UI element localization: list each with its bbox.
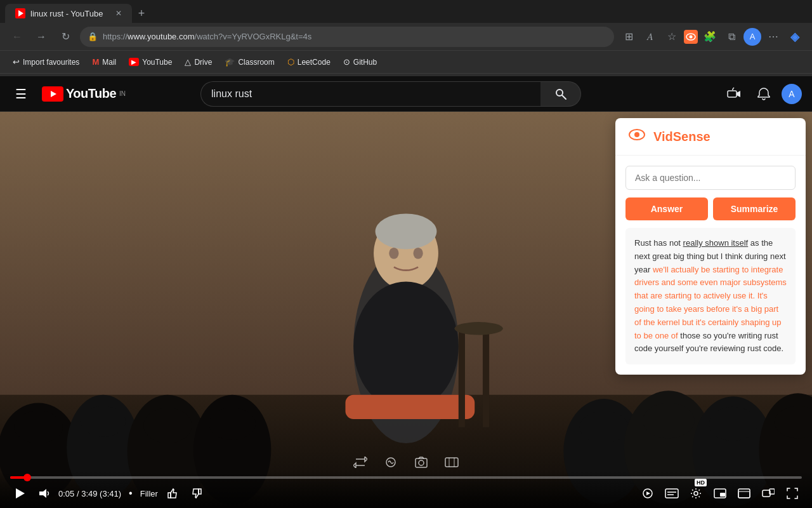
vidsense-extension-icon[interactable] [684,30,698,44]
create-button[interactable] [721,81,746,107]
video-container: 0:05 / 3:49 (3:41) • Filler [0,112,812,508]
dot-separator: • [129,488,133,499]
time-remaining-val: (3:41) [100,489,121,498]
tab-close-button[interactable]: ✕ [115,9,122,18]
more-options-button[interactable]: ⋯ [764,27,783,46]
vidsense-answer-button[interactable]: Answer [625,197,708,220]
bookmark-leetcode[interactable]: ⬡ LeetCode [282,55,336,69]
notifications-button[interactable] [751,81,776,107]
svg-point-38 [454,322,502,335]
svg-point-34 [353,281,459,411]
svg-rect-41 [168,493,171,498]
svg-marker-44 [646,491,650,495]
youtube-locale: IN [119,90,126,97]
import-icon: ↩ [13,57,20,67]
video-toolbar [0,450,812,475]
reload-button[interactable]: ↻ [56,27,75,46]
search-input[interactable] [200,81,540,107]
svg-rect-37 [483,330,489,427]
transcript-highlight: we'll actually be starting to integrate … [634,265,787,340]
url-path: /watch?v=YyRVOGxRKLg&t=4s [195,32,312,41]
active-tab[interactable]: linux rust - YouTube ✕ [5,4,132,23]
favorites-button[interactable]: ☆ [662,27,681,46]
bookmark-import-favourites[interactable]: ↩ Import favourites [8,55,84,69]
bookmark-label: Classroom [238,58,274,67]
time-total: 3:49 [81,489,97,498]
split-screen-button[interactable]: ⧉ [722,27,741,46]
fullscreen-button[interactable] [783,484,802,503]
screenshot-button[interactable] [411,452,431,472]
chapters-button[interactable] [442,452,462,472]
drive-icon: △ [185,57,191,67]
svg-rect-51 [738,489,750,498]
picture-in-picture-button[interactable] [759,484,778,503]
forward-button[interactable]: → [32,27,51,46]
back-button[interactable]: ← [8,27,27,46]
url-protocol: https:// [103,32,128,41]
volume-button[interactable] [34,484,53,503]
add-to-toolbar-button[interactable]: ⊞ [619,27,638,46]
tab-title: linux rust - YouTube [30,9,110,18]
progress-bar[interactable] [10,476,802,479]
youtube-search [200,81,581,107]
search-bar [200,81,581,107]
bookmarks-bar: ↩ Import favourites M Mail ▶ YouTube △ D… [0,51,812,74]
ssl-lock-icon: 🔒 [88,32,98,41]
vidsense-question-input[interactable] [625,166,796,190]
dislike-button[interactable] [187,484,206,503]
profile-button[interactable]: A [743,28,761,46]
miniplayer-button[interactable] [710,484,730,503]
theater-mode-button[interactable] [735,484,754,503]
subtitles-button[interactable] [662,484,681,503]
youtube-menu-button[interactable]: ☰ [10,81,32,107]
url-domain: www.youtube.com [128,32,195,41]
new-tab-button[interactable]: + [132,4,151,23]
youtube-header-right: A [721,81,802,107]
svg-line-9 [733,88,734,89]
vidsense-transcript: Rust has not really shown itself as the … [625,228,796,364]
svg-marker-7 [737,91,740,97]
svg-point-24 [643,403,695,438]
extensions-button[interactable]: 🧩 [700,27,719,46]
youtube-logo[interactable]: YouTubeIN [42,86,126,102]
bookmark-github[interactable]: ⊙ GitHub [338,55,382,69]
svg-rect-42 [199,489,201,494]
progress-fill [10,476,27,479]
youtube-bookmark-icon: ▶ [129,58,139,66]
bookmark-youtube[interactable]: ▶ YouTube [124,55,177,69]
svg-marker-0 [18,10,23,17]
bookmark-classroom[interactable]: 🎓 Classroom [219,55,279,69]
vidsense-summarize-button[interactable]: Summarize [713,197,796,220]
transcript-text: really shown itself [683,238,749,248]
bookmark-mail[interactable]: M Mail [87,55,121,69]
controls-row: 0:05 / 3:49 (3:41) • Filler [10,484,802,503]
address-bar[interactable]: 🔒 https://www.youtube.com/watch?v=YyRVOG… [80,27,614,47]
vidsense-body: Answer Summarize Rust has not really sho… [615,156,806,375]
hd-badge: HD [695,479,707,486]
youtube-page: ☰ YouTubeIN A [0,76,812,508]
search-button[interactable] [540,81,581,107]
svg-rect-50 [720,493,725,497]
read-aloud-button[interactable]: 𝐴 [641,27,660,46]
settings-button[interactable]: HD [686,484,705,503]
user-avatar[interactable]: A [782,84,802,104]
like-button[interactable] [163,484,182,503]
youtube-music-button[interactable] [638,484,657,503]
svg-rect-36 [459,330,465,427]
svg-marker-3 [51,91,56,97]
address-url-text: https://www.youtube.com/watch?v=YyRVOGxR… [103,32,606,41]
svg-point-16 [81,406,126,437]
svg-rect-52 [738,491,750,498]
svg-point-26 [709,407,757,441]
vidsense-eye-icon [628,128,646,145]
time-display: 0:05 / 3:49 (3:41) [58,489,121,498]
bookmark-label: YouTube [142,58,172,67]
svg-rect-53 [763,490,770,497]
bookmark-drive[interactable]: △ Drive [180,55,217,69]
copilot-button[interactable]: ◈ [785,27,804,46]
svg-point-20 [209,408,256,440]
svg-rect-35 [345,395,475,419]
loop-button[interactable] [350,452,370,472]
audio-track-button[interactable] [381,452,401,472]
play-button[interactable] [10,484,29,503]
